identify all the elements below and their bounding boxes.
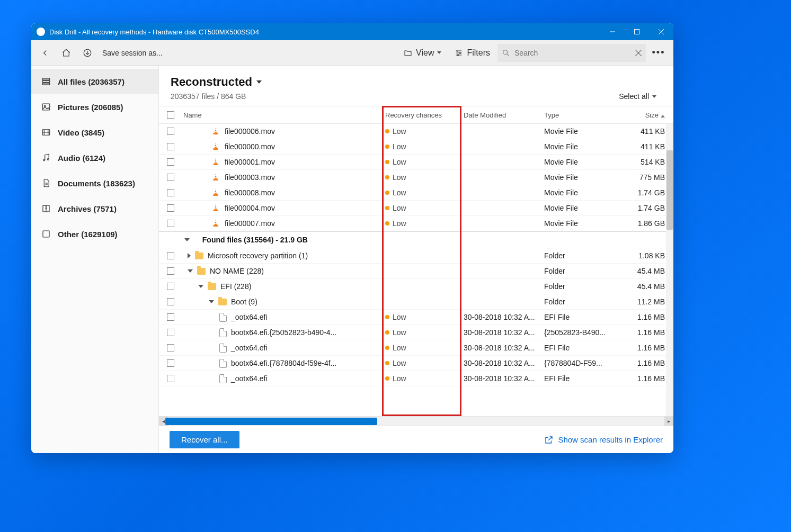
close-button[interactable] <box>649 23 673 40</box>
column-size[interactable]: Size <box>614 111 673 119</box>
table-row[interactable]: _ootx64.efiLow30-08-2018 10:32 A...EFI F… <box>159 371 673 386</box>
collapse-icon[interactable] <box>184 238 190 241</box>
row-checkbox[interactable] <box>167 283 174 290</box>
table-row[interactable]: EFI (228)Folder45.4 MB <box>159 279 673 294</box>
type-cell: Movie File <box>544 219 614 228</box>
table-row[interactable]: file000004.movLowMovie File1.74 GB <box>159 201 673 216</box>
sidebar-item-documents[interactable]: Documents (183623) <box>31 170 158 196</box>
expand-icon[interactable] <box>188 269 193 273</box>
sidebar-item-video[interactable]: Video (3845) <box>31 120 158 145</box>
scrollbar-thumb[interactable] <box>165 418 377 425</box>
search-input[interactable] <box>514 49 631 57</box>
table-row[interactable]: bootx64.efi.{25052823-b490-4...Low30-08-… <box>159 325 673 340</box>
table-row[interactable]: file000003.movLowMovie File775 MB <box>159 170 673 185</box>
type-cell: Folder <box>544 297 614 306</box>
filters-button[interactable]: Filters <box>449 48 495 58</box>
section-title-dropdown[interactable]: Reconstructed <box>171 75 262 89</box>
footer: Recover all... Show scan results in Expl… <box>159 426 673 453</box>
scrollbar-thumb[interactable] <box>666 150 673 230</box>
chevron-down-icon <box>256 80 262 84</box>
row-checkbox[interactable] <box>167 313 174 321</box>
expand-icon[interactable] <box>209 300 214 303</box>
filters-label: Filters <box>467 48 490 58</box>
view-dropdown[interactable]: View <box>398 48 447 58</box>
table-row[interactable]: Found files (315564) - 21.9 GB <box>159 231 673 248</box>
type-cell: EFI File <box>544 344 614 352</box>
svg-rect-46 <box>215 191 217 192</box>
more-button[interactable]: ••• <box>648 47 669 58</box>
expand-icon[interactable] <box>188 253 191 258</box>
back-button[interactable] <box>35 43 55 62</box>
svg-rect-36 <box>214 148 218 150</box>
row-checkbox[interactable] <box>167 344 174 351</box>
row-checkbox[interactable] <box>167 298 174 305</box>
search-icon <box>502 49 510 57</box>
save-session-button[interactable]: Save session as... <box>99 49 166 57</box>
expand-icon[interactable] <box>198 285 203 288</box>
vlc-icon <box>211 203 220 213</box>
size-cell: 411 KB <box>614 142 673 151</box>
table-row[interactable]: bootx64.efi.{7878804d-f59e-4f...Low30-08… <box>159 356 673 371</box>
maximize-button[interactable] <box>625 23 649 40</box>
table-row[interactable]: _ootx64.efiLow30-08-2018 10:32 A...EFI F… <box>159 340 673 356</box>
row-checkbox[interactable] <box>167 267 174 275</box>
table-row[interactable]: NO NAME (228)Folder45.4 MB <box>159 264 673 279</box>
table-row[interactable]: Microsoft recovery partition (1)Folder1.… <box>159 248 673 264</box>
content-header: Reconstructed 2036357 files / 864 GB Sel… <box>159 66 673 106</box>
table-row[interactable]: file000007.movLowMovie File1.86 GB <box>159 216 673 231</box>
select-all-button[interactable]: Select all <box>619 92 662 101</box>
column-type[interactable]: Type <box>544 111 614 119</box>
recovery-badge: Low <box>385 158 464 166</box>
table-row[interactable]: file000001.movLowMovie File514 KB <box>159 155 673 170</box>
size-cell: 1.74 GB <box>614 188 673 197</box>
sidebar: All files (2036357) Pictures (206085) Vi… <box>31 66 159 453</box>
sidebar-item-audio[interactable]: Audio (6124) <box>31 145 158 170</box>
sidebar-item-archives[interactable]: Archives (7571) <box>31 196 158 221</box>
recover-all-button[interactable]: Recover all... <box>170 431 239 448</box>
row-checkbox[interactable] <box>167 252 174 259</box>
row-checkbox[interactable] <box>167 128 174 135</box>
sidebar-item-other[interactable]: Other (1629109) <box>31 221 158 247</box>
file-name: file000001.mov <box>225 158 275 166</box>
vlc-icon <box>211 127 220 136</box>
column-name[interactable]: Name <box>182 111 385 119</box>
table-row[interactable]: file000000.movLowMovie File411 KB <box>159 139 673 155</box>
row-checkbox[interactable] <box>167 220 174 227</box>
svg-rect-48 <box>214 210 218 211</box>
show-in-explorer-link[interactable]: Show scan results in Explorer <box>544 435 663 445</box>
sidebar-item-pictures[interactable]: Pictures (206085) <box>31 94 158 120</box>
minimize-button[interactable] <box>600 23 625 40</box>
svg-rect-50 <box>215 208 217 209</box>
download-icon[interactable] <box>78 43 97 62</box>
row-checkbox[interactable] <box>167 204 174 212</box>
vertical-scrollbar[interactable] <box>666 124 673 416</box>
svg-rect-15 <box>42 78 50 80</box>
vlc-icon <box>211 173 220 182</box>
recovery-badge: Low <box>385 374 464 383</box>
sidebar-item-all-files[interactable]: All files (2036357) <box>31 69 158 94</box>
row-checkbox[interactable] <box>167 329 174 336</box>
clear-search-icon[interactable] <box>635 50 642 56</box>
home-button[interactable] <box>57 43 76 62</box>
row-checkbox[interactable] <box>167 189 174 196</box>
horizontal-scrollbar[interactable]: ◂ ▸ <box>159 416 673 426</box>
svg-rect-41 <box>215 161 217 163</box>
searchbox[interactable] <box>497 44 646 62</box>
size-cell: 411 KB <box>614 127 673 136</box>
select-all-checkbox[interactable] <box>167 111 174 119</box>
column-recovery[interactable]: Recovery chances <box>385 111 464 119</box>
table-row[interactable]: file000006.movLowMovie File411 KB <box>159 124 673 139</box>
row-checkbox[interactable] <box>167 375 174 382</box>
file-name: Boot (9) <box>231 297 257 306</box>
row-checkbox[interactable] <box>167 174 174 181</box>
section-label: Found files (315564) - 21.9 GB <box>202 236 308 244</box>
scroll-right-arrow[interactable]: ▸ <box>664 417 673 426</box>
row-checkbox[interactable] <box>167 359 174 367</box>
table-row[interactable]: _ootx64.efiLow30-08-2018 10:32 A...EFI F… <box>159 310 673 325</box>
svg-rect-42 <box>214 179 218 181</box>
column-date[interactable]: Date Modified <box>464 111 544 119</box>
row-checkbox[interactable] <box>167 158 174 166</box>
row-checkbox[interactable] <box>167 143 174 150</box>
table-row[interactable]: Boot (9)Folder11.2 MB <box>159 294 673 310</box>
table-row[interactable]: file000008.movLowMovie File1.74 GB <box>159 185 673 201</box>
